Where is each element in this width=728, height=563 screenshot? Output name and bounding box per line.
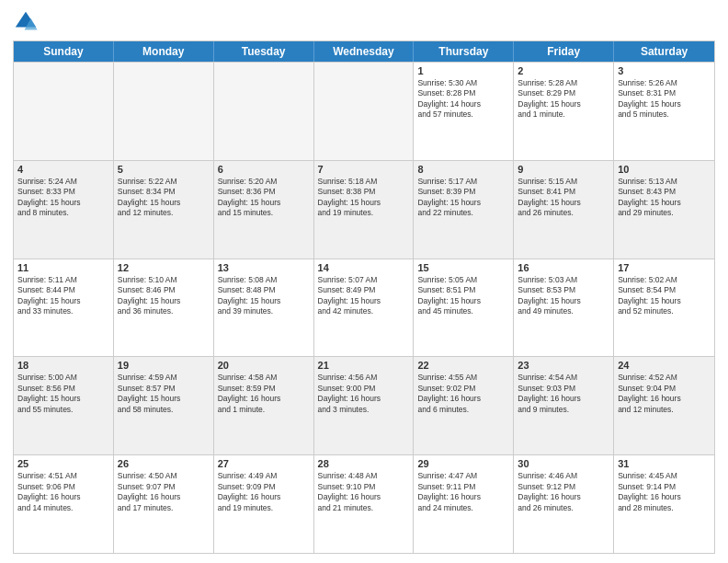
calendar-cell: 4Sunrise: 5:24 AM Sunset: 8:33 PM Daylig…: [14, 161, 114, 259]
day-number: 13: [218, 262, 310, 273]
day-number: 3: [618, 65, 711, 76]
header-day-thursday: Thursday: [414, 41, 514, 62]
day-number: 2: [518, 65, 609, 76]
logo-icon: [13, 9, 39, 35]
calendar-cell: 10Sunrise: 5:13 AM Sunset: 8:43 PM Dayli…: [614, 161, 714, 259]
calendar-cell: [14, 63, 114, 160]
calendar-cell: 8Sunrise: 5:17 AM Sunset: 8:39 PM Daylig…: [414, 161, 514, 259]
day-info: Sunrise: 5:11 AM Sunset: 8:44 PM Dayligh…: [17, 275, 109, 317]
day-number: 29: [417, 458, 509, 469]
calendar-cell: 15Sunrise: 5:05 AM Sunset: 8:51 PM Dayli…: [414, 259, 514, 357]
calendar-cell: 11Sunrise: 5:11 AM Sunset: 8:44 PM Dayli…: [14, 259, 114, 357]
day-number: 1: [417, 65, 509, 76]
calendar-cell: 26Sunrise: 4:50 AM Sunset: 9:07 PM Dayli…: [114, 455, 214, 553]
calendar-cell: 3Sunrise: 5:26 AM Sunset: 8:31 PM Daylig…: [614, 63, 714, 160]
day-number: 26: [118, 458, 210, 469]
day-info: Sunrise: 4:50 AM Sunset: 9:07 PM Dayligh…: [118, 471, 210, 513]
day-info: Sunrise: 5:28 AM Sunset: 8:29 PM Dayligh…: [518, 78, 609, 121]
header-day-tuesday: Tuesday: [214, 41, 314, 62]
day-number: 23: [518, 360, 609, 371]
day-info: Sunrise: 4:56 AM Sunset: 9:00 PM Dayligh…: [318, 373, 410, 415]
calendar-row-4: 25Sunrise: 4:51 AM Sunset: 9:06 PM Dayli…: [14, 454, 714, 553]
day-info: Sunrise: 5:17 AM Sunset: 8:39 PM Dayligh…: [417, 177, 509, 219]
day-info: Sunrise: 5:05 AM Sunset: 8:51 PM Dayligh…: [417, 275, 509, 317]
page: SundayMondayTuesdayWednesdayThursdayFrid…: [0, 0, 728, 563]
day-info: Sunrise: 5:24 AM Sunset: 8:33 PM Dayligh…: [17, 177, 109, 219]
calendar-cell: 25Sunrise: 4:51 AM Sunset: 9:06 PM Dayli…: [14, 455, 114, 553]
calendar-cell: 6Sunrise: 5:20 AM Sunset: 8:36 PM Daylig…: [214, 161, 314, 259]
calendar-cell: 22Sunrise: 4:55 AM Sunset: 9:02 PM Dayli…: [414, 357, 514, 454]
day-info: Sunrise: 4:49 AM Sunset: 9:09 PM Dayligh…: [218, 471, 310, 513]
day-info: Sunrise: 5:00 AM Sunset: 8:56 PM Dayligh…: [17, 373, 109, 415]
calendar-cell: 5Sunrise: 5:22 AM Sunset: 8:34 PM Daylig…: [114, 161, 214, 259]
calendar-cell: 14Sunrise: 5:07 AM Sunset: 8:49 PM Dayli…: [314, 259, 415, 357]
day-number: 22: [417, 360, 509, 371]
day-number: 25: [17, 458, 109, 469]
day-info: Sunrise: 4:54 AM Sunset: 9:03 PM Dayligh…: [518, 373, 609, 415]
day-info: Sunrise: 5:26 AM Sunset: 8:31 PM Dayligh…: [618, 78, 711, 121]
calendar-row-0: 1Sunrise: 5:30 AM Sunset: 8:28 PM Daylig…: [14, 62, 714, 160]
calendar-cell: 28Sunrise: 4:48 AM Sunset: 9:10 PM Dayli…: [314, 455, 415, 553]
day-info: Sunrise: 4:55 AM Sunset: 9:02 PM Dayligh…: [417, 373, 509, 415]
day-info: Sunrise: 4:59 AM Sunset: 8:57 PM Dayligh…: [118, 373, 210, 415]
day-info: Sunrise: 4:47 AM Sunset: 9:11 PM Dayligh…: [417, 471, 509, 513]
day-info: Sunrise: 4:46 AM Sunset: 9:12 PM Dayligh…: [518, 471, 609, 513]
calendar-cell: 9Sunrise: 5:15 AM Sunset: 8:41 PM Daylig…: [514, 161, 614, 259]
day-info: Sunrise: 4:48 AM Sunset: 9:10 PM Dayligh…: [318, 471, 410, 513]
day-number: 4: [17, 164, 109, 175]
day-number: 15: [417, 262, 509, 273]
calendar-cell: 27Sunrise: 4:49 AM Sunset: 9:09 PM Dayli…: [214, 455, 314, 553]
day-info: Sunrise: 4:45 AM Sunset: 9:14 PM Dayligh…: [618, 471, 711, 513]
logo: [13, 9, 42, 35]
day-number: 18: [17, 360, 109, 371]
day-number: 8: [417, 164, 509, 175]
day-info: Sunrise: 5:30 AM Sunset: 8:28 PM Dayligh…: [417, 78, 509, 121]
calendar-body: 1Sunrise: 5:30 AM Sunset: 8:28 PM Daylig…: [14, 62, 714, 553]
calendar-cell: 7Sunrise: 5:18 AM Sunset: 8:38 PM Daylig…: [314, 161, 415, 259]
day-info: Sunrise: 5:10 AM Sunset: 8:46 PM Dayligh…: [118, 275, 210, 317]
day-number: 28: [318, 458, 410, 469]
day-info: Sunrise: 5:22 AM Sunset: 8:34 PM Dayligh…: [118, 177, 210, 219]
day-number: 16: [518, 262, 609, 273]
day-number: 21: [318, 360, 410, 371]
calendar-cell: 18Sunrise: 5:00 AM Sunset: 8:56 PM Dayli…: [14, 357, 114, 454]
calendar-row-3: 18Sunrise: 5:00 AM Sunset: 8:56 PM Dayli…: [14, 356, 714, 454]
day-info: Sunrise: 5:13 AM Sunset: 8:43 PM Dayligh…: [618, 177, 711, 219]
day-number: 11: [17, 262, 109, 273]
day-number: 6: [218, 164, 310, 175]
calendar-cell: 24Sunrise: 4:52 AM Sunset: 9:04 PM Dayli…: [614, 357, 714, 454]
calendar-cell: 30Sunrise: 4:46 AM Sunset: 9:12 PM Dayli…: [514, 455, 614, 553]
day-number: 19: [118, 360, 210, 371]
calendar-cell: [314, 63, 415, 160]
day-number: 24: [618, 360, 711, 371]
day-info: Sunrise: 4:51 AM Sunset: 9:06 PM Dayligh…: [17, 471, 109, 513]
day-info: Sunrise: 5:02 AM Sunset: 8:54 PM Dayligh…: [618, 275, 711, 317]
day-number: 17: [618, 262, 711, 273]
header-day-sunday: Sunday: [14, 41, 114, 62]
calendar-cell: 13Sunrise: 5:08 AM Sunset: 8:48 PM Dayli…: [214, 259, 314, 357]
day-number: 7: [318, 164, 410, 175]
calendar-cell: 31Sunrise: 4:45 AM Sunset: 9:14 PM Dayli…: [614, 455, 714, 553]
day-number: 10: [618, 164, 711, 175]
day-info: Sunrise: 5:03 AM Sunset: 8:53 PM Dayligh…: [518, 275, 609, 317]
day-info: Sunrise: 5:08 AM Sunset: 8:48 PM Dayligh…: [218, 275, 310, 317]
day-info: Sunrise: 5:07 AM Sunset: 8:49 PM Dayligh…: [318, 275, 410, 317]
day-number: 5: [118, 164, 210, 175]
calendar-row-2: 11Sunrise: 5:11 AM Sunset: 8:44 PM Dayli…: [14, 259, 714, 357]
day-number: 27: [218, 458, 310, 469]
calendar-cell: 21Sunrise: 4:56 AM Sunset: 9:00 PM Dayli…: [314, 357, 415, 454]
calendar: SundayMondayTuesdayWednesdayThursdayFrid…: [13, 40, 715, 554]
day-info: Sunrise: 4:58 AM Sunset: 8:59 PM Dayligh…: [218, 373, 310, 415]
day-number: 20: [218, 360, 310, 371]
calendar-cell: 29Sunrise: 4:47 AM Sunset: 9:11 PM Dayli…: [414, 455, 514, 553]
day-info: Sunrise: 5:20 AM Sunset: 8:36 PM Dayligh…: [218, 177, 310, 219]
day-number: 9: [518, 164, 609, 175]
header-day-friday: Friday: [514, 41, 614, 62]
calendar-header: SundayMondayTuesdayWednesdayThursdayFrid…: [14, 41, 714, 62]
calendar-cell: 20Sunrise: 4:58 AM Sunset: 8:59 PM Dayli…: [214, 357, 314, 454]
day-info: Sunrise: 5:15 AM Sunset: 8:41 PM Dayligh…: [518, 177, 609, 219]
day-info: Sunrise: 5:18 AM Sunset: 8:38 PM Dayligh…: [318, 177, 410, 219]
calendar-cell: 23Sunrise: 4:54 AM Sunset: 9:03 PM Dayli…: [514, 357, 614, 454]
calendar-cell: 12Sunrise: 5:10 AM Sunset: 8:46 PM Dayli…: [114, 259, 214, 357]
calendar-cell: [214, 63, 314, 160]
